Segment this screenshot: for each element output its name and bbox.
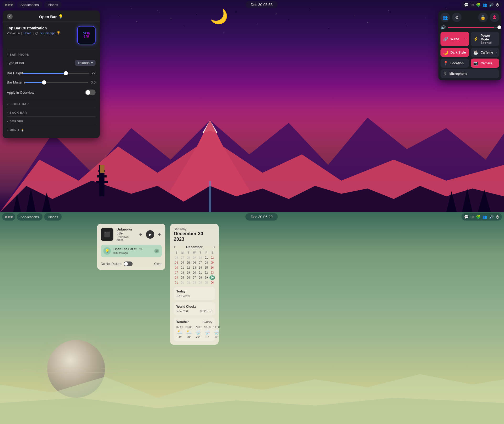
volume-icon-1[interactable]: 🔊: [489, 3, 494, 7]
bar-height-value: 27: [92, 71, 96, 75]
cal-day[interactable]: 29: [204, 275, 209, 280]
cal-day[interactable]: 10: [174, 265, 179, 270]
volume-slider[interactable]: [448, 27, 499, 28]
microphone-card[interactable]: 🎙 Microphone: [440, 69, 499, 78]
activities-pill[interactable]: [2, 1, 15, 8]
camera-card[interactable]: 📷 Camera: [471, 59, 499, 68]
bar-margins-thumb[interactable]: [42, 80, 46, 85]
location-card[interactable]: 📍 Location: [440, 59, 469, 68]
places-button-2[interactable]: Places: [44, 213, 62, 221]
cal-day[interactable]: 26: [174, 255, 179, 260]
cal-day[interactable]: 02: [209, 255, 215, 260]
play-button[interactable]: ▶: [146, 230, 154, 239]
border-section[interactable]: › BORDER: [3, 118, 100, 124]
chat-icon-1[interactable]: 💬: [464, 3, 469, 7]
cal-day[interactable]: 15: [204, 265, 209, 270]
volume-thumb[interactable]: [497, 25, 501, 29]
places-button-1[interactable]: Places: [44, 1, 62, 8]
cal-day[interactable]: 20: [192, 270, 197, 275]
system-gear-icon[interactable]: ⚙: [452, 13, 461, 22]
volume-icon-2[interactable]: 🔊: [489, 215, 494, 219]
panel-close-button[interactable]: ✕: [7, 14, 13, 19]
clear-button[interactable]: Clear: [154, 262, 162, 266]
notif-icon: 💡: [103, 247, 111, 255]
next-button[interactable]: ⏭: [158, 232, 162, 237]
grid-icon-2[interactable]: ⊞: [471, 215, 474, 219]
puzzle-icon-2[interactable]: 🧩: [476, 215, 480, 219]
front-bar-section[interactable]: › FRONT BAR: [3, 100, 100, 107]
cal-day[interactable]: 28: [186, 255, 191, 260]
people-icon-1[interactable]: 👥: [482, 3, 487, 7]
cal-day[interactable]: 29: [192, 255, 197, 260]
cal-day[interactable]: 25: [180, 275, 185, 280]
people-icon-2[interactable]: 👥: [482, 215, 487, 219]
cal-day[interactable]: 04: [198, 280, 203, 285]
cal-day[interactable]: 18: [180, 270, 185, 275]
applications-button-1[interactable]: Applications: [17, 1, 43, 8]
cal-day[interactable]: 28: [198, 275, 203, 280]
cal-day[interactable]: 03: [174, 260, 179, 265]
cal-day[interactable]: 24: [174, 275, 179, 280]
cal-day[interactable]: 04: [180, 260, 185, 265]
wired-card[interactable]: 🔗 Wired ›: [440, 32, 469, 46]
cal-day[interactable]: 21: [198, 270, 203, 275]
bar-margins-track[interactable]: [25, 82, 88, 83]
cal-day[interactable]: 27: [180, 255, 185, 260]
power-icon-2[interactable]: ⏻: [496, 215, 499, 219]
cal-day[interactable]: 26: [186, 275, 191, 280]
chat-icon-2[interactable]: 💬: [464, 215, 469, 219]
type-of-bar-dropdown[interactable]: Trilands ▾: [75, 60, 96, 66]
cal-day[interactable]: 12: [186, 265, 191, 270]
applications-button-2[interactable]: Applications: [17, 213, 43, 221]
bar-height-track[interactable]: [23, 73, 89, 74]
cal-day[interactable]: 31: [174, 280, 179, 285]
dnd-toggle[interactable]: [124, 261, 133, 266]
cal-day[interactable]: 01: [180, 280, 185, 285]
cal-day[interactable]: 06: [192, 260, 197, 265]
cal-day[interactable]: 16: [209, 265, 215, 270]
puzzle-icon-1[interactable]: 🧩: [476, 3, 480, 7]
cal-day[interactable]: 27: [192, 275, 197, 280]
grid-icon-1[interactable]: ⊞: [471, 3, 474, 7]
cal-day-today[interactable]: 30: [209, 275, 215, 280]
cal-day[interactable]: 08: [204, 260, 209, 265]
home-link[interactable]: Home: [24, 32, 31, 35]
system-lock-icon[interactable]: 🔒: [478, 13, 488, 22]
cal-day[interactable]: 02: [186, 280, 191, 285]
power-icon-1[interactable]: ⏻: [496, 3, 499, 7]
cal-day[interactable]: 13: [192, 265, 197, 270]
calendar-grid: S M T W T F S 26 27 28 29 30 01 02 03: [174, 250, 215, 285]
power-mode-card[interactable]: ⚡ Power Mode Balanced: [471, 32, 499, 46]
menu-section[interactable]: › MENU 🐧: [3, 126, 100, 133]
prev-button[interactable]: ⏮: [139, 232, 143, 237]
cal-day[interactable]: 07: [198, 260, 203, 265]
caffeine-card[interactable]: ☕ Caffeine ›: [471, 48, 499, 57]
cal-day[interactable]: 05: [204, 280, 209, 285]
cal-day[interactable]: 09: [209, 260, 215, 265]
cal-day[interactable]: 19: [186, 270, 191, 275]
cal-day[interactable]: 14: [198, 265, 203, 270]
prev-month-button[interactable]: ‹: [174, 245, 175, 249]
bar-height-thumb[interactable]: [64, 71, 68, 75]
activities-pill-2[interactable]: [2, 213, 15, 221]
cal-day[interactable]: 23: [209, 270, 215, 275]
system-people-icon[interactable]: 👥: [440, 13, 450, 22]
bar-props-section[interactable]: › BAR PROPS: [3, 51, 100, 57]
cal-day[interactable]: 03: [192, 280, 197, 285]
next-month-button[interactable]: ›: [214, 245, 215, 249]
bar-margins-slider-container: 3.0: [25, 80, 96, 84]
dark-style-card[interactable]: 🌙 Dark Style: [440, 48, 469, 57]
apply-overview-toggle[interactable]: [85, 90, 96, 95]
cal-day[interactable]: 11: [180, 265, 185, 270]
cal-day[interactable]: 17: [174, 270, 179, 275]
notif-close-button[interactable]: ✕: [154, 249, 159, 253]
clock-display-1: Dec 30 05:56: [245, 1, 278, 8]
back-bar-section[interactable]: › BACK BAR: [3, 109, 100, 115]
author-link[interactable]: neuromorph: [40, 32, 55, 35]
cal-day[interactable]: 01: [204, 255, 209, 260]
cal-day[interactable]: 05: [186, 260, 191, 265]
cal-day[interactable]: 06: [209, 280, 215, 285]
cal-day[interactable]: 22: [204, 270, 209, 275]
cal-day[interactable]: 30: [198, 255, 203, 260]
system-power-icon[interactable]: ⏻: [490, 13, 499, 22]
